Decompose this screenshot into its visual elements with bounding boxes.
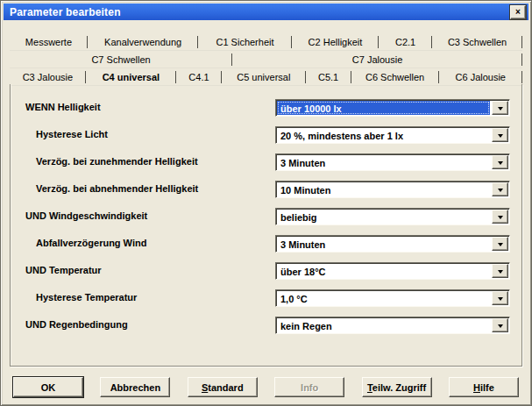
teilw-zugriff-button[interactable]: Teilw. Zugriff (362, 377, 432, 397)
field-label: UND Windgeschwindigkeit (25, 210, 147, 221)
abbrechen-button[interactable]: Abbrechen (100, 377, 170, 397)
dropdown-arrow-button[interactable] (492, 155, 508, 169)
chevron-down-icon (498, 161, 503, 167)
tab-label: C4.1 (188, 72, 209, 82)
tab-strip: Messwerte Kanalverwendung C1 Sicherheit … (10, 34, 522, 87)
button-label: Abbrechen (110, 382, 160, 393)
hilfe-button[interactable]: Hilfe (449, 377, 519, 397)
dropdown-verzoegerung-abnehmende-helligkeit[interactable]: 10 Minuten (275, 181, 510, 198)
dropdown-arrow-button[interactable] (492, 210, 508, 224)
form-row: UND Windgeschwindigkeit beliebig (11, 208, 521, 235)
tab-c2-helligkeit[interactable]: C2 Helligkeit (292, 34, 379, 50)
ok-button[interactable]: OK (13, 377, 83, 397)
chevron-down-icon (498, 216, 503, 222)
field-label: Hysterese Temperatur (36, 292, 137, 303)
parameter-panel: WENN Helligkeit über 10000 lx Hysterese … (10, 84, 522, 367)
dropdown-und-regenbedingung[interactable]: kein Regen (275, 317, 510, 334)
tab-label: Messwerte (25, 37, 72, 47)
button-label: Standard (202, 382, 244, 393)
tab-messwerte[interactable]: Messwerte (10, 34, 88, 50)
chevron-down-icon (498, 324, 503, 331)
standard-button[interactable]: Standard (188, 377, 258, 397)
field-label: Hysterese Licht (36, 129, 108, 139)
dropdown-hysterese-temperatur[interactable]: 1,0 °C (275, 289, 510, 307)
tab-label: C7 Schwellen (91, 54, 150, 65)
title-bar: Parameter bearbeiten × (4, 4, 528, 20)
dropdown-abfallverzoegerung-wind[interactable]: 3 Minuten (275, 235, 510, 253)
tab-c6-schwellen[interactable]: C6 Schwellen (351, 69, 439, 85)
button-label: Hilfe (473, 382, 494, 393)
close-button[interactable]: × (510, 5, 526, 19)
tab-kanalverwendung[interactable]: Kanalverwendung (88, 34, 198, 50)
dropdown-value: 3 Minuten (277, 155, 490, 169)
dropdown-arrow-button[interactable] (492, 318, 508, 332)
field-label: UND Regenbedingung (25, 319, 128, 330)
chevron-down-icon (498, 297, 503, 303)
button-label: Info (301, 382, 318, 393)
field-label: UND Temperatur (25, 265, 102, 275)
dropdown-value: über 18°C (277, 264, 490, 278)
button-row: OK Abbrechen Standard Info Teilw. Zugrif… (13, 377, 519, 397)
tab-c3-schwellen[interactable]: C3 Schwellen (432, 34, 522, 50)
button-label: Teilw. Zugriff (367, 382, 426, 393)
dropdown-und-temperatur[interactable]: über 18°C (275, 262, 510, 280)
chevron-down-icon (498, 243, 503, 249)
tab-row-1: Messwerte Kanalverwendung C1 Sicherheit … (10, 34, 522, 51)
field-label: Abfallverzögerung Wind (36, 238, 146, 248)
dropdown-und-windgeschwindigkeit[interactable]: beliebig (275, 208, 510, 225)
form-row: UND Temperatur über 18°C (11, 262, 521, 289)
dropdown-arrow-button[interactable] (492, 101, 508, 115)
form-row: Verzög. bei zunehmender Helligkeit 3 Min… (11, 153, 521, 181)
tab-c5-1[interactable]: C5.1 (306, 69, 351, 85)
form-row: UND Regenbedingung kein Regen (11, 317, 521, 344)
tab-c7-jalousie[interactable]: C7 Jalousie (232, 52, 522, 68)
tab-c7-schwellen[interactable]: C7 Schwellen (10, 52, 232, 68)
tab-c5-universal[interactable]: C5 universal (222, 69, 306, 85)
dropdown-arrow-button[interactable] (492, 264, 508, 278)
dropdown-value: über 10000 lx (277, 101, 490, 115)
field-label: Verzög. bei zunehmender Helligkeit (36, 156, 198, 167)
dropdown-arrow-button[interactable] (492, 291, 508, 305)
info-button: Info (274, 377, 344, 397)
field-label: Verzög. bei abnehmender Helligkeit (36, 183, 198, 194)
tab-label: Kanalverwendung (104, 37, 181, 47)
chevron-down-icon (498, 107, 503, 113)
dropdown-arrow-button[interactable] (492, 182, 508, 196)
dropdown-verzoegerung-zunehmende-helligkeit[interactable]: 3 Minuten (275, 153, 510, 171)
tab-label: C2.1 (395, 37, 415, 47)
close-icon: × (515, 8, 521, 17)
chevron-down-icon (498, 189, 503, 195)
dropdown-wenn-helligkeit[interactable]: über 10000 lx (275, 99, 510, 117)
dropdown-hysterese-licht[interactable]: 20 %, mindestens aber 1 lx (275, 126, 510, 144)
dropdown-value: 1,0 °C (277, 291, 490, 305)
form-row: WENN Helligkeit über 10000 lx (11, 99, 521, 126)
tab-label: C6 Jalousie (456, 72, 506, 82)
tab-label: C7 Jalousie (352, 54, 402, 65)
dropdown-value: kein Regen (277, 318, 490, 332)
tab-label: C4 universal (103, 72, 160, 82)
window-title: Parameter bearbeiten (10, 6, 510, 18)
tab-label: C3 Jalousie (23, 72, 73, 82)
tab-c3-jalousie[interactable]: C3 Jalousie (10, 69, 86, 85)
tab-row-2: C7 Schwellen C7 Jalousie (10, 52, 522, 68)
parameter-dialog: Parameter bearbeiten × Messwerte Kanalve… (0, 0, 532, 406)
dropdown-value: 10 Minuten (277, 182, 490, 196)
form-row: Verzög. bei abnehmender Helligkeit 10 Mi… (11, 181, 521, 208)
tab-c6-jalousie[interactable]: C6 Jalousie (439, 69, 523, 85)
dropdown-arrow-button[interactable] (492, 237, 508, 251)
dropdown-value: 3 Minuten (277, 237, 490, 251)
tab-label: C1 Sicherheit (216, 37, 273, 47)
tab-label: C2 Helligkeit (309, 37, 363, 47)
chevron-down-icon (498, 134, 503, 140)
dropdown-arrow-button[interactable] (492, 128, 508, 142)
dropdown-value: beliebig (277, 210, 490, 224)
tab-label: C6 Schwellen (365, 72, 424, 82)
tab-label: C5 universal (237, 72, 290, 82)
tab-c2-1[interactable]: C2.1 (379, 34, 432, 50)
tab-c1-sicherheit[interactable]: C1 Sicherheit (198, 34, 291, 50)
tab-c4-universal[interactable]: C4 universal (86, 69, 176, 85)
form-row: Abfallverzögerung Wind 3 Minuten (11, 235, 521, 262)
tab-label: C5.1 (318, 72, 338, 82)
tab-c4-1[interactable]: C4.1 (176, 69, 222, 85)
form-row: Hysterese Temperatur 1,0 °C (11, 289, 521, 317)
